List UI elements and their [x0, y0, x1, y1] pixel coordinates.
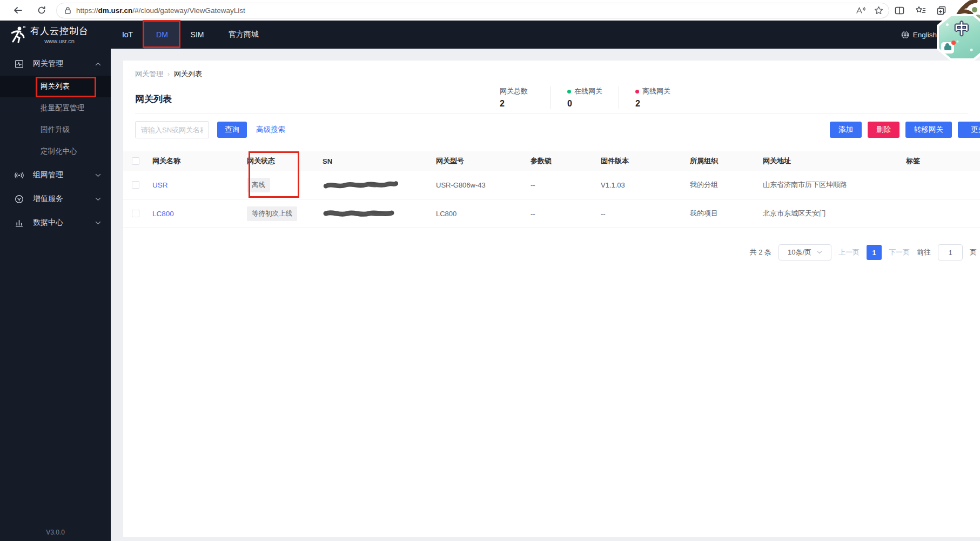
organization: 我的项目	[686, 209, 759, 218]
favorite-star-icon[interactable]	[874, 6, 883, 15]
col-gateway-status: 网关状态	[243, 156, 318, 166]
stat-offline: 离线网关 2	[619, 86, 670, 109]
collections-icon[interactable]	[937, 6, 946, 15]
stat-total: 网关总数 2	[500, 86, 534, 109]
table-row: USR 离线 USR-G806w-43 -- V1.1.03 我的分组 山东省济…	[123, 171, 980, 199]
query-button[interactable]: 查询	[217, 122, 247, 138]
gateway-address: 山东省济南市历下区坤顺路	[759, 180, 902, 190]
data-center-icon	[15, 218, 24, 228]
list-toolbar: 查询 高级搜索 添加 删除 转移网关 更多	[123, 121, 980, 138]
app-version: V3.0.0	[0, 529, 111, 536]
address-bar[interactable]: https://dm.usr.cn/#/cloud/gateway/ViewGa…	[56, 3, 889, 18]
search-input[interactable]	[135, 121, 209, 138]
sidebar-item-batch-config[interactable]: 批量配置管理	[0, 97, 111, 119]
offline-dot-icon	[635, 90, 639, 93]
col-param-lock: 参数锁	[526, 156, 596, 166]
value-added-icon	[15, 195, 24, 204]
tab-official-mall[interactable]: 官方商城	[214, 21, 273, 49]
main-content: 网关管理 › 网关列表 网关列表 网关总数 2 在线网关 0 离线网关 2	[111, 49, 980, 541]
total-count: 共 2 条	[750, 248, 771, 257]
page-size-select[interactable]: 10条/页	[778, 244, 831, 261]
more-button[interactable]: 更多	[958, 122, 980, 138]
gateway-list-card: 网关管理 › 网关列表 网关列表 网关总数 2 在线网关 0 离线网关 2	[123, 61, 980, 537]
sidebar-group-label: 增值服务	[33, 194, 63, 204]
stat-offline-value: 2	[635, 99, 670, 109]
network-icon	[15, 171, 24, 180]
browser-toolbar: https://dm.usr.cn/#/cloud/gateway/ViewGa…	[0, 0, 980, 21]
firmware-version: --	[596, 210, 686, 218]
advanced-search-link[interactable]: 高级搜索	[256, 125, 285, 135]
sidebar-group-label: 网关管理	[33, 59, 63, 69]
usr-person-logo-icon	[9, 25, 26, 44]
col-organization: 所属组织	[686, 156, 759, 166]
col-sn: SN	[318, 157, 432, 165]
table-header-row: 网关名称 网关状态 SN 网关型号 参数锁 固件版本 所属组织 网关地址 标签	[123, 151, 980, 171]
col-gateway-model: 网关型号	[432, 156, 526, 166]
organization: 我的分组	[686, 180, 759, 190]
sidebar-group-value-added[interactable]: 增值服务	[0, 187, 111, 211]
chevron-up-icon	[95, 62, 101, 66]
stat-online-value: 0	[567, 99, 602, 109]
tab-dm[interactable]: DM	[144, 21, 180, 49]
gateway-model: LC800	[432, 210, 526, 218]
back-icon[interactable]	[9, 2, 27, 18]
status-badge: 等待初次上线	[247, 206, 297, 221]
add-button[interactable]: 添加	[830, 122, 862, 138]
sidebar-item-customization-center[interactable]: 定制化中心	[0, 141, 111, 162]
current-page-button[interactable]: 1	[867, 245, 882, 260]
sidebar-group-data-center[interactable]: 数据中心	[0, 211, 111, 235]
breadcrumb-separator-icon: ›	[167, 70, 170, 78]
goto-page-input[interactable]	[938, 244, 963, 261]
row-checkbox[interactable]	[132, 210, 139, 217]
chevron-down-icon	[95, 197, 101, 201]
sn-redacted-scribble	[323, 209, 395, 218]
goto-unit: 页	[970, 248, 977, 257]
stat-online: 在线网关 0	[551, 86, 602, 109]
app-logo[interactable]: 有人云控制台 www.usr.cn	[0, 21, 111, 49]
url-text: https://dm.usr.cn/#/cloud/gateway/ViewGa…	[76, 6, 851, 15]
gateway-stats: 网关总数 2 在线网关 0 离线网关 2	[500, 86, 670, 109]
select-all-checkbox[interactable]	[132, 157, 139, 165]
goto-label: 前往	[917, 248, 931, 257]
breadcrumb-current: 网关列表	[174, 69, 202, 79]
col-gateway-address: 网关地址	[759, 156, 902, 166]
chevron-down-icon	[817, 251, 822, 254]
breadcrumb-parent[interactable]: 网关管理	[135, 69, 163, 79]
page-title: 网关列表	[135, 94, 172, 104]
tab-iot[interactable]: IoT	[111, 21, 144, 49]
app-title: 有人云控制台	[30, 25, 89, 37]
sidebar-group-gateway-mgmt[interactable]: 网关管理	[0, 52, 111, 76]
pagination: 共 2 条 10条/页 上一页 1 下一页 前往 页	[123, 244, 980, 261]
col-tag: 标签	[902, 156, 980, 166]
transfer-gateway-button[interactable]: 转移网关	[905, 122, 952, 138]
tab-sim[interactable]: SIM	[180, 21, 214, 49]
app-subtitle: www.usr.cn	[44, 38, 75, 44]
row-checkbox[interactable]	[132, 181, 139, 189]
col-gateway-name: 网关名称	[148, 156, 243, 166]
gateway-model: USR-G806w-43	[432, 181, 526, 189]
read-aloud-icon[interactable]	[856, 6, 867, 15]
delete-button[interactable]: 删除	[868, 122, 900, 138]
gateway-name-link[interactable]: LC800	[152, 210, 174, 218]
sidebar: 网关管理 网关列表 批量配置管理 固件升级 定制化中心 组网管理 增值服务 数据…	[0, 49, 111, 541]
chevron-down-icon	[95, 173, 101, 177]
table-row: LC800 等待初次上线 LC800 -- -- 我的项目 北京市东城区天安门	[123, 199, 980, 228]
language-switch[interactable]: English	[913, 31, 937, 39]
status-badge: 离线	[247, 178, 270, 192]
sn-redacted-scribble	[323, 181, 398, 189]
next-page-button[interactable]: 下一页	[889, 248, 910, 257]
online-dot-icon	[567, 90, 571, 93]
sidebar-item-firmware-upgrade[interactable]: 固件升级	[0, 119, 111, 141]
sidebar-item-gateway-list[interactable]: 网关列表	[0, 76, 111, 97]
gateway-icon	[15, 59, 24, 69]
refresh-icon[interactable]	[32, 2, 51, 18]
product-tabs: IoT DM SIM 官方商城	[111, 21, 273, 49]
favorites-bar-icon[interactable]	[915, 6, 926, 15]
param-lock: --	[526, 181, 596, 189]
prev-page-button[interactable]: 上一页	[838, 248, 860, 257]
gateway-name-link[interactable]: USR	[152, 181, 168, 189]
top-navigation: 有人云控制台 www.usr.cn IoT DM SIM 官方商城 Englis…	[0, 21, 980, 49]
split-screen-icon[interactable]	[895, 6, 904, 15]
chevron-down-icon	[95, 221, 101, 225]
sidebar-group-networking-mgmt[interactable]: 组网管理	[0, 163, 111, 187]
